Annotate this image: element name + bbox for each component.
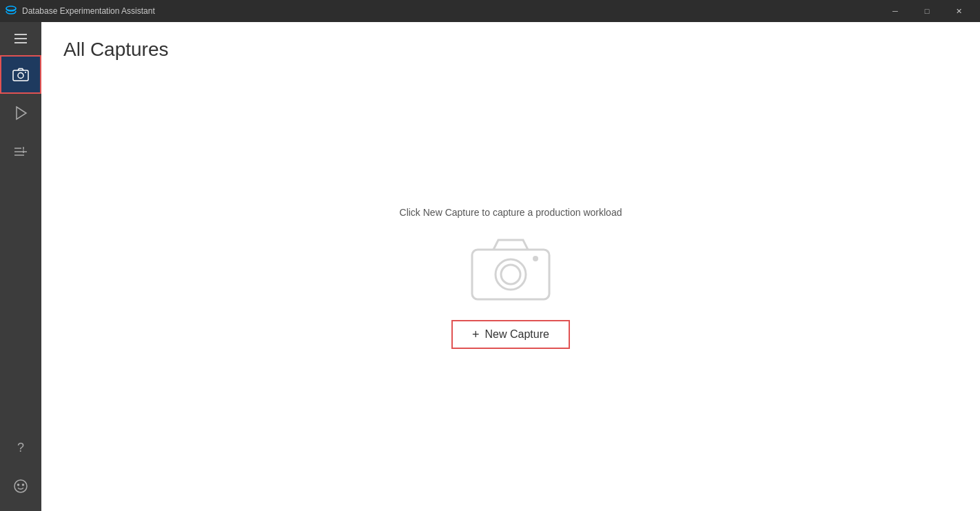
svg-point-2	[18, 73, 23, 79]
svg-point-0	[6, 6, 16, 10]
plus-icon: +	[472, 328, 480, 341]
svg-point-11	[18, 484, 19, 485]
app-body: ? All Captures Click New Capture to capt…	[0, 22, 980, 511]
content-area: All Captures Click New Capture to captur…	[41, 22, 980, 511]
svg-point-3	[25, 72, 26, 73]
maximize-button[interactable]: □	[911, 0, 943, 22]
titlebar: Database Experimentation Assistant ─ □ ✕	[0, 0, 980, 22]
play-icon	[14, 106, 28, 121]
smiley-icon	[13, 479, 28, 494]
camera-icon	[12, 67, 29, 82]
help-icon: ?	[17, 441, 24, 455]
sidebar-menu-button[interactable]	[0, 22, 41, 55]
sidebar-top	[0, 22, 41, 171]
main-empty-state: Click New Capture to capture a productio…	[63, 61, 958, 494]
close-button[interactable]: ✕	[943, 0, 974, 22]
sidebar-item-replay[interactable]	[0, 94, 41, 132]
app-icon	[6, 6, 17, 17]
hint-text: Click New Capture to capture a productio…	[400, 207, 622, 218]
titlebar-controls: ─ □ ✕	[879, 0, 974, 22]
minimize-button[interactable]: ─	[879, 0, 911, 22]
sidebar-bottom: ?	[0, 428, 41, 511]
sidebar: ?	[0, 22, 41, 511]
svg-point-16	[533, 256, 538, 261]
svg-marker-4	[17, 107, 26, 119]
camera-placeholder-icon	[469, 234, 552, 303]
sidebar-item-help[interactable]: ?	[0, 428, 41, 467]
page-title: All Captures	[63, 39, 958, 61]
hamburger-icon	[14, 34, 27, 43]
svg-point-12	[23, 484, 24, 485]
sidebar-item-feedback[interactable]	[0, 467, 41, 505]
new-capture-button[interactable]: + New Capture	[451, 320, 570, 349]
sidebar-item-analysis[interactable]	[0, 132, 41, 171]
svg-rect-1	[13, 70, 28, 81]
sidebar-item-captures[interactable]	[0, 55, 41, 94]
analysis-icon	[13, 146, 28, 158]
new-capture-label: New Capture	[485, 328, 549, 341]
titlebar-left: Database Experimentation Assistant	[6, 6, 155, 17]
svg-point-10	[14, 480, 27, 492]
large-camera-icon	[469, 234, 552, 303]
svg-point-15	[501, 265, 520, 284]
app-title: Database Experimentation Assistant	[22, 6, 155, 16]
